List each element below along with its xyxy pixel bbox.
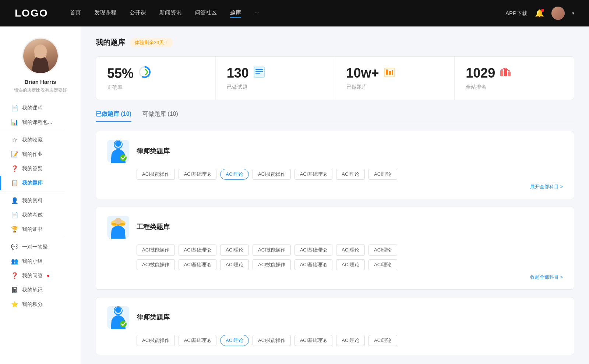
rank-icon — [500, 67, 511, 80]
sidebar-item-1on1[interactable]: 💬 一对一答疑 — [0, 240, 81, 254]
trial-badge: 体验剩余23天！ — [130, 38, 173, 47]
sidebar-item-course-pkg[interactable]: 📊 我的课程包... — [0, 115, 81, 129]
lawyer-icon — [107, 140, 129, 162]
quiz-tag[interactable]: ACI基础理论 — [294, 245, 333, 256]
sidebar-item-qa[interactable]: ❓ 我的答疑 — [0, 161, 81, 176]
quiz-tag[interactable]: ACI理论 — [336, 335, 365, 346]
quiz-tag[interactable]: ACI技能操作 — [253, 245, 291, 256]
sidebar-item-notes[interactable]: 📓 我的笔记 — [0, 283, 81, 297]
svg-rect-15 — [504, 69, 507, 76]
quiz-tag[interactable]: ACI技能操作 — [137, 245, 175, 256]
sidebar-item-group[interactable]: 👥 我的小组 — [0, 254, 81, 268]
svg-rect-9 — [255, 73, 260, 74]
collapse-button[interactable]: 收起全部科目 > — [107, 274, 563, 281]
done-banks-label: 已做题库 — [346, 84, 444, 90]
certificate-icon: 🏆 — [11, 226, 18, 233]
quiz-tag[interactable]: ACI理论 — [336, 169, 365, 180]
nav-more[interactable]: ··· — [254, 9, 259, 18]
quiz-tag[interactable]: ACI理论 — [220, 259, 249, 270]
page-title: 我的题库 — [96, 38, 125, 47]
quiz-tag[interactable]: ACI理论 — [368, 259, 397, 270]
quiz-tag[interactable]: ACI基础理论 — [294, 335, 333, 346]
quiz-tag[interactable]: ACI基础理论 — [179, 259, 217, 270]
quiz-tag[interactable]: ACI理论 — [368, 335, 397, 346]
quiz-tag[interactable]: ACI理论 — [336, 245, 365, 256]
quiz-tag[interactable]: ACI理论 — [368, 169, 397, 180]
done-banks-value: 10w+ — [346, 65, 379, 81]
nav-qa[interactable]: 问答社区 — [195, 9, 217, 18]
favorites-icon: ☆ — [11, 136, 18, 143]
expand-button-1[interactable]: 展开全部科目 > — [107, 183, 563, 190]
tab-done-banks[interactable]: 已做题库 (10) — [96, 110, 131, 122]
quiz-tag[interactable]: ACI技能操作 — [253, 259, 291, 270]
sidebar-item-favorites[interactable]: ☆ 我的收藏 — [0, 133, 81, 147]
quiz-tag[interactable]: ACI基础理论 — [179, 335, 217, 346]
sidebar-item-quiz[interactable]: 📋 我的题库 — [0, 176, 81, 190]
quiz-card-lawyer-2: 律师类题库 ACI技能操作 ACI基础理论 ACI理论 ACI技能操作 ACI基… — [96, 297, 574, 355]
sidebar-item-myqa[interactable]: ❓ 我的问答 — [0, 268, 81, 283]
svg-point-2 — [34, 44, 47, 58]
sidebar-motto: 错误的决定比没有决定要好 — [14, 87, 67, 93]
nav-home[interactable]: 首页 — [70, 9, 81, 18]
svg-point-17 — [508, 70, 510, 72]
stat-done-banks: 10w+ 已做题库 — [335, 57, 455, 100]
svg-rect-16 — [508, 72, 511, 76]
navbar: LOGO 首页 发现课程 公开课 新闻资讯 问答社区 题库 ··· APP下载 … — [0, 0, 589, 26]
quiz-tag[interactable]: ACI理论 — [336, 259, 365, 270]
svg-rect-11 — [386, 69, 388, 75]
svg-point-27 — [115, 307, 121, 313]
quiz-card-engineer: 工程类题库 ACI技能操作 ACI基础理论 ACI理论 ACI技能操作 ACI基… — [96, 207, 574, 290]
quiz-tag[interactable]: ACI基础理论 — [179, 245, 217, 256]
quiz-tag[interactable]: ACI理论 — [220, 245, 249, 256]
sidebar-divider-3 — [0, 238, 64, 238]
tab-todo-banks[interactable]: 可做题库 (10) — [142, 110, 178, 122]
quiz-tag[interactable]: ACI技能操作 — [137, 335, 175, 346]
quiz-tag-active[interactable]: ACI理论 — [220, 335, 249, 346]
exam-icon: 📄 — [11, 211, 18, 218]
quiz-tag[interactable]: ACI技能操作 — [137, 169, 175, 180]
sidebar-divider-2 — [0, 192, 64, 192]
avatar[interactable] — [551, 7, 565, 20]
quiz-tag[interactable]: ACI基础理论 — [294, 259, 333, 270]
quiz-tag[interactable]: ACI基础理论 — [179, 169, 217, 180]
quiz-tag[interactable]: ACI基础理论 — [294, 169, 333, 180]
stat-done-questions: 130 已做试题 — [216, 57, 335, 100]
nav-news[interactable]: 新闻资讯 — [159, 9, 181, 18]
nav-discover[interactable]: 发现课程 — [94, 9, 116, 18]
svg-rect-6 — [254, 67, 264, 77]
svg-point-5 — [142, 69, 147, 75]
accuracy-label: 正确率 — [107, 84, 204, 91]
quiz-tag[interactable]: ACI技能操作 — [253, 335, 291, 346]
stats-row: 55% 正确率 130 — [96, 56, 574, 100]
notification-bell-icon[interactable]: 🔔 — [535, 9, 544, 18]
engineer-icon — [107, 216, 129, 238]
rank-label: 全站排名 — [466, 84, 563, 90]
1on1-icon: 💬 — [11, 243, 18, 250]
quiz-tag[interactable]: ACI技能操作 — [137, 259, 175, 270]
avatar-chevron-icon[interactable]: ▾ — [572, 11, 574, 16]
sidebar-item-certificate[interactable]: 🏆 我的证书 — [0, 222, 81, 236]
sidebar-username: Brian Harris — [25, 79, 56, 85]
sidebar-item-courses[interactable]: 📄 我的课程 — [0, 101, 81, 115]
profile-icon: 👤 — [11, 197, 18, 204]
quiz-card-lawyer-1-tags: ACI技能操作 ACI基础理论 ACI理论 ACI技能操作 ACI基础理论 AC… — [137, 169, 563, 180]
qa-icon: ❓ — [11, 165, 18, 172]
quiz-tag[interactable]: ACI理论 — [368, 245, 397, 256]
quiz-tag-active[interactable]: ACI理论 — [220, 169, 249, 180]
nav-links: 首页 发现课程 公开课 新闻资讯 问答社区 题库 ··· — [70, 9, 505, 18]
sidebar-item-exam[interactable]: 📄 我的考试 — [0, 208, 81, 222]
done-banks-icon — [384, 67, 395, 80]
sidebar-menu: 📄 我的课程 📊 我的课程包... ☆ 我的收藏 📝 我的作业 ❓ 我的答疑 � — [0, 101, 81, 311]
page-wrapper: Brian Harris 错误的决定比没有决定要好 📄 我的课程 📊 我的课程包… — [0, 0, 589, 364]
nav-open-course[interactable]: 公开课 — [130, 9, 146, 18]
sidebar-item-points[interactable]: ⭐ 我的积分 — [0, 297, 81, 311]
quiz-tag[interactable]: ACI技能操作 — [253, 169, 291, 180]
svg-rect-14 — [500, 70, 503, 76]
points-icon: ⭐ — [11, 301, 18, 308]
nav-quiz[interactable]: 题库 — [230, 9, 241, 18]
svg-point-24 — [115, 218, 121, 224]
sidebar-item-profile[interactable]: 👤 我的资料 — [0, 193, 81, 208]
app-download-button[interactable]: APP下载 — [505, 10, 528, 17]
sidebar-item-homework[interactable]: 📝 我的作业 — [0, 147, 81, 161]
logo: LOGO — [15, 7, 48, 19]
